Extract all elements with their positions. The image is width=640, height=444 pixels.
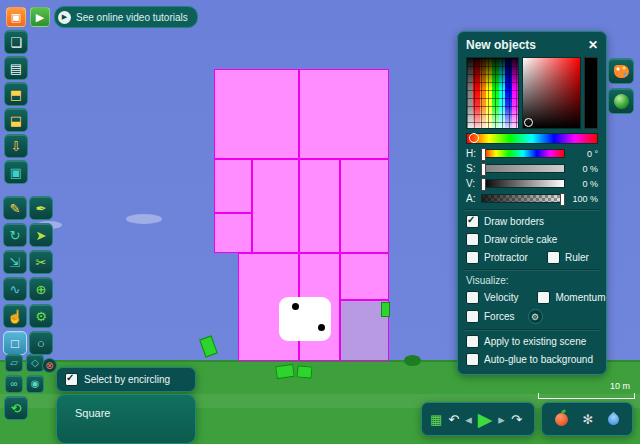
scene-box[interactable]: [252, 159, 299, 253]
scene-eye[interactable]: [318, 324, 325, 331]
alpha-value: 100 %: [568, 194, 598, 204]
tracer-tool[interactable]: ◉: [26, 375, 44, 393]
apple-icon: [555, 413, 568, 426]
gravity-button[interactable]: [553, 413, 570, 426]
dandelion-icon: ✻: [583, 413, 594, 426]
drag-tool[interactable]: ☝: [3, 304, 27, 328]
redo-button[interactable]: ↷: [509, 413, 524, 426]
scene-green-box[interactable]: [199, 335, 218, 357]
scene-box[interactable]: [340, 253, 389, 300]
save-folder-button[interactable]: ⬓: [4, 108, 28, 132]
apply-existing-label: Apply to existing scene: [484, 336, 586, 347]
play-icon: ▶: [36, 11, 44, 24]
tutorial-play-button[interactable]: ▶: [30, 7, 50, 27]
hue-slider[interactable]: [481, 149, 565, 158]
scene-box[interactable]: [214, 69, 299, 159]
sketch-tool[interactable]: ✎: [3, 196, 27, 220]
video-icon: ▶: [58, 11, 71, 24]
screenshot-button[interactable]: ▣: [4, 160, 28, 184]
open-folder-button[interactable]: ⬒: [4, 82, 28, 106]
lasso-tool[interactable]: ⟲: [4, 396, 28, 420]
select-options-panel: Select by encircling: [56, 367, 196, 392]
forces-checkbox[interactable]: [466, 310, 479, 323]
brush-tool[interactable]: ✒: [29, 196, 53, 220]
water-drop-icon: [606, 411, 622, 427]
saturation-value-field[interactable]: [522, 57, 581, 129]
grid-toggle-button[interactable]: ▦: [428, 413, 444, 426]
scene-box[interactable]: [299, 159, 340, 253]
scale-tool[interactable]: ⇲: [3, 250, 27, 274]
draw-circle-cake-label: Draw circle cake: [484, 234, 557, 245]
axle-tool[interactable]: ⊕: [29, 277, 53, 301]
ruler-checkbox[interactable]: [547, 251, 560, 264]
divider: [464, 269, 600, 270]
algodoo-window: ▣ ▶ ▶ See online video tutorials ❏▤⬒⬓⇩▣ …: [0, 0, 640, 444]
grass-blob: [404, 355, 421, 366]
divider: [464, 209, 600, 210]
hue-marker[interactable]: [469, 133, 479, 143]
hue-strip[interactable]: [466, 133, 598, 144]
chain-tool[interactable]: ∞: [5, 375, 23, 393]
panel-title: New objects: [466, 38, 536, 52]
forces-settings-button[interactable]: ⚙: [528, 309, 543, 324]
draw-borders-label: Draw borders: [484, 216, 544, 227]
scene-green-box[interactable]: [297, 365, 313, 378]
ruler-label: Ruler: [565, 252, 589, 263]
velocity-label: Velocity: [484, 292, 518, 303]
scene-smile[interactable]: [282, 325, 308, 340]
scene-box[interactable]: [214, 159, 252, 213]
value-slider[interactable]: [481, 179, 565, 188]
step-forward-button[interactable]: ▸: [496, 413, 507, 426]
water-button[interactable]: [606, 414, 621, 425]
close-palette-button[interactable]: ⊗: [42, 358, 57, 373]
plane-tool[interactable]: ▱: [5, 354, 23, 372]
right-float-buttons: [608, 58, 634, 114]
algodoo-menu-button[interactable]: ▣: [6, 7, 26, 27]
gear-tool[interactable]: ⚙: [29, 304, 53, 328]
apply-existing-checkbox[interactable]: [466, 335, 479, 348]
scene-green-box[interactable]: [275, 364, 295, 379]
protractor-checkbox[interactable]: [466, 251, 479, 264]
close-icon[interactable]: ✕: [588, 38, 598, 52]
box-tool[interactable]: □: [3, 331, 27, 355]
tutorial-link[interactable]: ▶ See online video tutorials: [54, 6, 198, 28]
circle-tool[interactable]: ○: [29, 331, 53, 355]
sv-marker[interactable]: [524, 118, 533, 127]
algodoo-logo-icon: ▣: [11, 11, 21, 24]
scene-box[interactable]: [299, 69, 389, 159]
color-palette-grid[interactable]: [466, 57, 519, 129]
auto-glue-checkbox[interactable]: [466, 353, 479, 366]
value-value: 0 %: [568, 179, 598, 189]
move-tool[interactable]: ➤: [29, 223, 53, 247]
spring-tool[interactable]: ∿: [3, 277, 27, 301]
rotate-tool[interactable]: ↻: [3, 223, 27, 247]
draw-circle-cake-checkbox[interactable]: [466, 233, 479, 246]
undo-button[interactable]: ↶: [446, 413, 461, 426]
appearance-button[interactable]: [608, 58, 634, 84]
saturation-slider[interactable]: [481, 164, 565, 173]
alpha-slider[interactable]: [481, 194, 565, 203]
step-back-button[interactable]: ◂: [463, 413, 474, 426]
select-by-encircling-checkbox[interactable]: [65, 373, 78, 386]
cut-tool[interactable]: ✂: [29, 250, 53, 274]
scene-eye[interactable]: [292, 303, 299, 310]
velocity-checkbox[interactable]: [466, 291, 479, 304]
tutorial-label: See online video tutorials: [76, 12, 188, 23]
draw-borders-checkbox[interactable]: [466, 215, 479, 228]
import-button[interactable]: ⇩: [4, 134, 28, 158]
new-scene-button[interactable]: ❏: [4, 30, 28, 54]
current-tool-title: Square: [75, 407, 110, 419]
material-button[interactable]: [608, 88, 634, 114]
scene-list-button[interactable]: ▤: [4, 56, 28, 80]
file-toolbar: ❏▤⬒⬓⇩▣: [4, 30, 28, 184]
hue-slider-label: H:: [466, 148, 478, 159]
momentum-checkbox[interactable]: [537, 291, 550, 304]
scene-box[interactable]: [214, 213, 252, 253]
divider: [464, 329, 600, 330]
scene-green-box[interactable]: [381, 302, 390, 317]
sphere-icon: [614, 94, 629, 109]
play-button[interactable]: ▶: [476, 410, 495, 429]
new-objects-panel: New objects ✕ H: 0 ° S: 0 % V: 0 %: [457, 31, 607, 375]
air-friction-button[interactable]: ✻: [581, 413, 596, 426]
scene-box[interactable]: [340, 159, 389, 253]
